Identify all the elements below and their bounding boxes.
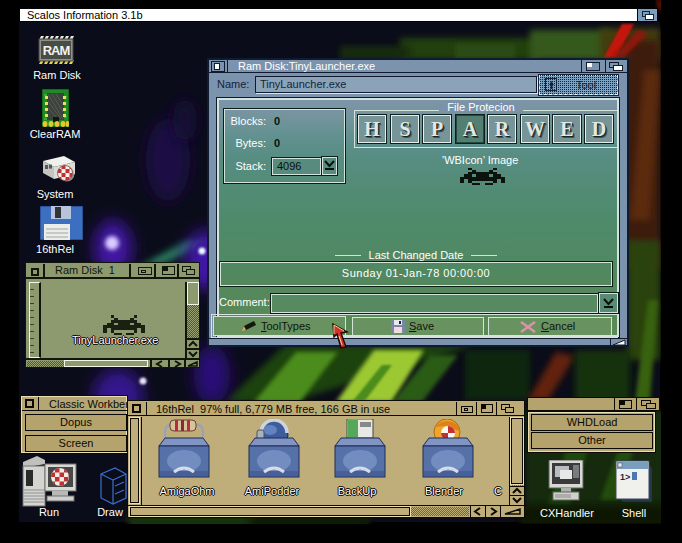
- svg-text:RAM: RAM: [43, 43, 70, 58]
- svg-text:1>: 1>: [620, 472, 630, 482]
